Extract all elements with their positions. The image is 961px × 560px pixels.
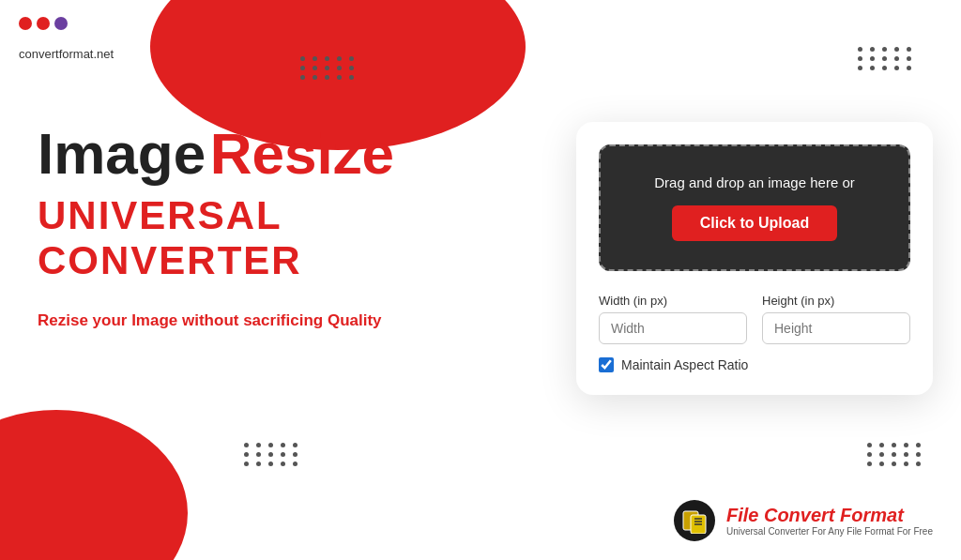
height-label: Height (in px) (762, 294, 910, 308)
title-universal: UNIVERSAL CONVERTER (38, 193, 469, 283)
header (19, 17, 68, 30)
left-content: Image Resize UNIVERSAL CONVERTER Rezise … (38, 122, 469, 330)
logo-dots (19, 17, 68, 30)
bg-shape-bottom (0, 410, 188, 560)
brand-url: convertformat.net (19, 47, 114, 61)
logo-dot-2 (37, 17, 50, 30)
upload-zone[interactable]: Drag and drop an image here or Click to … (599, 144, 910, 271)
height-group: Height (in px) (762, 294, 910, 344)
title-word1: Image (38, 121, 206, 186)
dots-bottom-right (867, 443, 923, 466)
width-label: Width (in px) (599, 294, 747, 308)
brand-text-block: File Convert Format Universal Converter … (726, 505, 933, 537)
aspect-ratio-label: Maintain Aspect Ratio (621, 357, 748, 372)
width-group: Width (in px) (599, 294, 747, 344)
drag-drop-text: Drag and drop an image here or (619, 174, 890, 190)
upload-button[interactable]: Click to Upload (672, 205, 837, 241)
aspect-ratio-row: Maintain Aspect Ratio (599, 357, 910, 372)
dots-bottom-center (244, 443, 300, 466)
dots-top-center (300, 56, 357, 80)
brand-logo-icon (681, 507, 708, 534)
subtitle: Rezise your Image without sacrificing Qu… (38, 311, 469, 330)
brand-icon (674, 500, 715, 541)
brand-tagline: Universal Converter For Any File Format … (726, 526, 933, 537)
right-panel: Drag and drop an image here or Click to … (576, 122, 933, 395)
width-input[interactable] (599, 312, 747, 344)
logo-dot-1 (19, 17, 32, 30)
aspect-ratio-checkbox[interactable] (599, 357, 614, 372)
logo-dot-3 (54, 17, 68, 30)
page-title: Image Resize (38, 122, 469, 186)
dimensions-row: Width (in px) Height (in px) (599, 294, 910, 344)
brand-name: File Convert Format (726, 505, 933, 526)
title-word2: Resize (210, 121, 394, 186)
height-input[interactable] (762, 312, 910, 344)
footer-brand: File Convert Format Universal Converter … (674, 500, 933, 541)
dots-top-right (858, 47, 914, 70)
